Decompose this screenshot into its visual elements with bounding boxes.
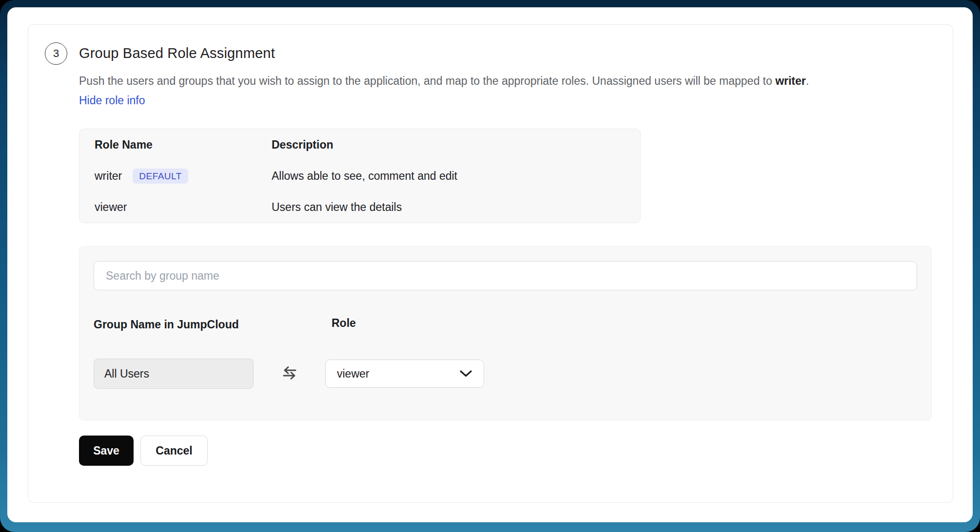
group-search-input[interactable]	[94, 261, 917, 290]
step-number: 3	[53, 47, 59, 60]
role-assignment-card: 3 Group Based Role Assignment Push the u…	[28, 24, 953, 503]
hide-role-info-link[interactable]: Hide role info	[79, 94, 145, 107]
role-name-cell: writer DEFAULT	[95, 169, 272, 184]
role-name-header: Role Name	[95, 138, 272, 152]
page-title: Group Based Role Assignment	[79, 45, 931, 61]
role-description: Users can view the details	[272, 201, 402, 214]
cancel-button[interactable]: Cancel	[140, 436, 208, 466]
role-name: viewer	[95, 201, 127, 214]
role-description: Allows able to see, comment and edit	[272, 170, 457, 183]
mapping-header-row: Group Name in JumpCloud Role	[94, 316, 917, 333]
description-text: Push the users and groups that you wish …	[79, 75, 775, 87]
role-table-header-row: Role Name Description	[79, 129, 640, 160]
page-background: 3 Group Based Role Assignment Push the u…	[7, 7, 973, 522]
role-info-table: Role Name Description writer DEFAULT All…	[79, 129, 641, 223]
group-name-column-header: Group Name in JumpCloud	[94, 316, 325, 333]
mapping-row: All Users	[94, 359, 917, 389]
group-name-column-label: Group Name in JumpCloud	[94, 316, 240, 333]
group-name-chip: All Users	[94, 359, 254, 389]
swap-icon-wrap	[254, 363, 325, 384]
step-row: 3 Group Based Role Assignment Push the u…	[45, 41, 931, 466]
role-description-header: Description	[272, 138, 333, 152]
section-description: Push the users and groups that you wish …	[79, 72, 931, 90]
role-select-dropdown[interactable]: viewer	[325, 360, 484, 388]
window-frame: 3 Group Based Role Assignment Push the u…	[0, 0, 980, 532]
group-mapping-panel: Group Name in JumpCloud Role All Users	[79, 246, 932, 420]
step-content: Group Based Role Assignment Push the use…	[79, 41, 931, 466]
save-button[interactable]: Save	[79, 436, 134, 466]
swap-horizontal-icon	[280, 363, 299, 384]
step-number-badge: 3	[45, 42, 67, 65]
selected-role-value: viewer	[337, 367, 369, 380]
table-row: writer DEFAULT Allows able to see, comme…	[79, 160, 640, 191]
description-default-role: writer	[775, 75, 806, 87]
chevron-down-icon	[459, 367, 472, 380]
action-buttons-row: Save Cancel	[79, 436, 931, 466]
description-period: .	[806, 75, 809, 87]
group-name-value: All Users	[104, 367, 149, 380]
screenshot-viewport: 3 Group Based Role Assignment Push the u…	[0, 0, 980, 532]
role-name: writer	[95, 170, 122, 183]
table-row: viewer Users can view the details	[79, 191, 640, 223]
role-column-header: Role	[325, 317, 356, 330]
default-badge: DEFAULT	[133, 169, 188, 184]
role-name-cell: viewer	[95, 201, 272, 214]
